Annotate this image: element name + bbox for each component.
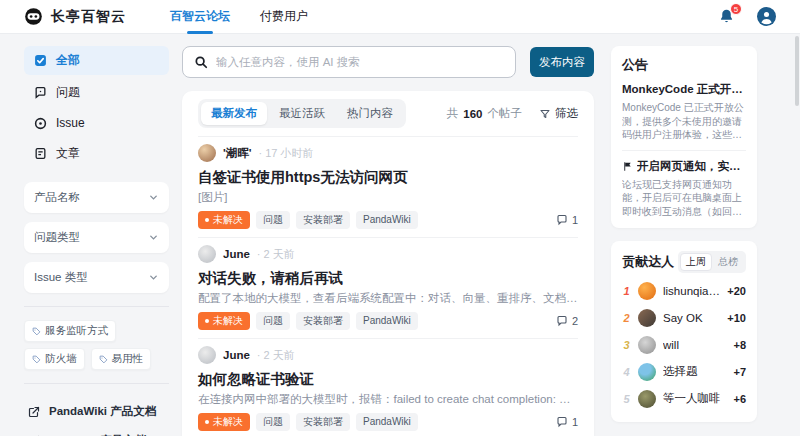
nav-tab-forum[interactable]: 百智云论坛 [170, 0, 230, 34]
contributor-score: +8 [733, 339, 746, 351]
contributor-row[interactable]: 3 will +8 [622, 331, 746, 358]
post-item[interactable]: June · 2 天前 如何忽略证书验证 在连接内网中部署的大模型时，报错：fa… [198, 338, 578, 436]
rank-number: 1 [622, 285, 631, 297]
post-item[interactable]: June · 2 天前 对话失败，请稍后再试 配置了本地的大模型，查看后端系统配… [198, 237, 578, 338]
tag-icon [32, 327, 41, 336]
search-input[interactable] [216, 56, 504, 68]
post-title[interactable]: 自签证书使用https无法访问网页 [198, 169, 578, 186]
avatar [638, 363, 656, 381]
tag-chip-listen-mode[interactable]: 服务监听方式 [24, 320, 116, 342]
contributor-name: 选择题 [663, 364, 698, 379]
tag-chip-firewall[interactable]: 防火墙 [24, 348, 85, 370]
contributor-row[interactable]: 2 Say OK +10 [622, 304, 746, 331]
feed-meta: 共 160 个帖子 筛选 [447, 106, 578, 121]
user-avatar-button[interactable] [757, 7, 776, 26]
tag-chip-label: 防火墙 [45, 352, 77, 366]
filter-toggle[interactable]: 筛选 [539, 106, 578, 121]
avatar [638, 309, 656, 327]
post-count-suffix: 个帖子 [488, 106, 523, 121]
post-tag-row: 未解决 问题 安装部署 PandaWiki 2 [198, 312, 578, 330]
notifications-button[interactable]: 5 [718, 8, 735, 25]
chevron-down-icon [148, 272, 159, 283]
post-tag[interactable]: 安装部署 [296, 413, 350, 431]
sidebar-item-articles[interactable]: 文章 [24, 139, 169, 168]
filter-issue-type[interactable]: Issue 类型 [24, 262, 169, 293]
filter-question-type[interactable]: 问题类型 [24, 222, 169, 253]
post-author[interactable]: June [223, 248, 250, 260]
nav-tab-paid-users[interactable]: 付费用户 [260, 0, 308, 34]
scrollbar[interactable] [795, 36, 799, 106]
tab-last-week[interactable]: 上周 [680, 253, 712, 271]
external-link-icon [28, 406, 40, 418]
contributor-score: +20 [727, 285, 746, 297]
announcement-item[interactable]: 开启网页通知，实时掌握互动… 论坛现已支持网页通知功能，开启后可在电脑桌面上即时… [622, 159, 746, 219]
filter-label: 产品名称 [34, 190, 80, 205]
avatar[interactable] [198, 245, 216, 263]
doc-link-pandawiki[interactable]: PandaWiki 产品文档 [24, 397, 169, 426]
contributor-score: +7 [733, 366, 746, 378]
comment-count: 2 [556, 315, 578, 327]
chevron-down-icon [148, 192, 159, 203]
notification-badge: 5 [730, 3, 742, 15]
article-icon [34, 147, 47, 160]
announcement-body: 论坛现已支持网页通知功能，开启后可在电脑桌面上即时收到互动消息（如回答、点赞、评… [622, 178, 746, 219]
doc-link-koalaqa[interactable]: KoalaQA 产品文档 [24, 426, 169, 436]
post-user-row: '潮晖' · 17 小时前 [198, 144, 578, 162]
post-tag-row: 未解决 问题 安装部署 PandaWiki 1 [198, 211, 578, 229]
avatar [638, 336, 656, 354]
publish-button[interactable]: 发布内容 [530, 47, 594, 77]
contributor-row[interactable]: 4 选择题 +7 [622, 358, 746, 385]
post-title[interactable]: 如何忽略证书验证 [198, 371, 578, 388]
feed-tab-latest[interactable]: 最新发布 [201, 102, 267, 125]
post-tag[interactable]: PandaWiki [356, 211, 418, 229]
contributors-list: 1 lishunqiang +20 2 Say OK +10 3 will +8 [622, 277, 746, 412]
tag-chip-usability[interactable]: 易用性 [91, 348, 152, 370]
comment-bubble-icon [556, 416, 568, 428]
feed-tab-hot[interactable]: 热门内容 [337, 102, 403, 125]
contributor-row[interactable]: 1 lishunqiang +20 [622, 277, 746, 304]
filter-product-name[interactable]: 产品名称 [24, 182, 169, 213]
contributor-row[interactable]: 5 等一人咖啡 +6 [622, 385, 746, 412]
contributor-score: +6 [733, 393, 746, 405]
feed-tab-active[interactable]: 最近活跃 [269, 102, 335, 125]
feed-header: 最新发布 最近活跃 热门内容 共 160 个帖子 筛选 [198, 91, 578, 136]
divider [24, 383, 169, 384]
post-excerpt: [图片] [198, 190, 578, 204]
post-author[interactable]: '潮晖' [223, 146, 251, 161]
contributor-name: Say OK [663, 312, 703, 324]
post-tag[interactable]: PandaWiki [356, 312, 418, 330]
sidebar-item-label: 问题 [56, 84, 80, 101]
announcements-title: 公告 [622, 56, 746, 74]
post-tag-row: 未解决 问题 安装部署 PandaWiki 1 [198, 413, 578, 431]
post-author[interactable]: June [223, 349, 250, 361]
brand[interactable]: 长亭百智云 [24, 7, 126, 26]
feed-tabs: 最新发布 最近活跃 热门内容 [198, 99, 406, 128]
post-item[interactable]: '潮晖' · 17 小时前 自签证书使用https无法访问网页 [图片] 未解决… [198, 136, 578, 237]
comment-bubble-icon [556, 315, 568, 327]
avatar[interactable] [198, 144, 216, 162]
doc-links: PandaWiki 产品文档 KoalaQA 产品文档 MonkeyCode-A… [24, 397, 169, 436]
post-tag[interactable]: 问题 [256, 413, 290, 431]
rank-number: 4 [622, 366, 631, 378]
tab-all-time[interactable]: 总榜 [712, 253, 744, 271]
post-tag[interactable]: 安装部署 [296, 211, 350, 229]
sidebar-item-all[interactable]: 全部 [24, 46, 169, 75]
post-tag[interactable]: 问题 [256, 312, 290, 330]
post-tag[interactable]: 问题 [256, 211, 290, 229]
tag-chip-label: 易用性 [112, 352, 144, 366]
post-excerpt: 配置了本地的大模型，查看后端系统配置中：对话、向量、重排序、文档分析都显示“状态… [198, 291, 578, 305]
announcements-card: 公告 MonkeyCode 正式开放公测，邀… MonkeyCode 已正式开放… [611, 46, 757, 228]
sidebar-nav: 全部 问题 Issue 文章 [24, 46, 169, 168]
filter-label: 问题类型 [34, 230, 80, 245]
post-tag[interactable]: 安装部署 [296, 312, 350, 330]
post-excerpt: 在连接内网中部署的大模型时，报错：failed to create chat c… [198, 392, 578, 406]
page-body: 全部 问题 Issue 文章 产品名称 [0, 34, 800, 436]
announcement-item[interactable]: MonkeyCode 正式开放公测，邀… MonkeyCode 已正式开放公测，… [622, 82, 746, 142]
post-tag[interactable]: PandaWiki [356, 413, 418, 431]
sidebar-item-questions[interactable]: 问题 [24, 78, 169, 107]
post-time: · 2 天前 [257, 247, 295, 262]
avatar [638, 282, 656, 300]
sidebar-item-issue[interactable]: Issue [24, 110, 169, 136]
post-title[interactable]: 对话失败，请稍后再试 [198, 270, 578, 287]
avatar[interactable] [198, 346, 216, 364]
